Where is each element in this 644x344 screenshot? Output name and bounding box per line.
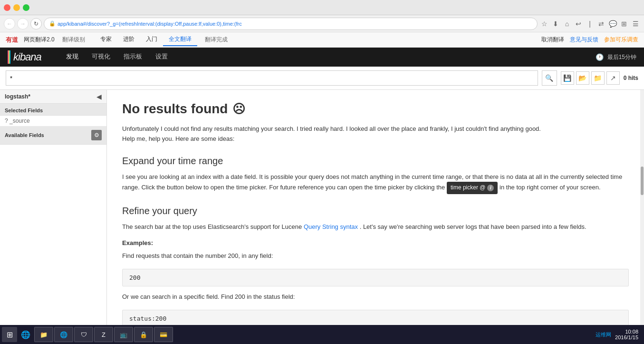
kibana-nav: 发现 可视化 指示板 设置 — [60, 49, 173, 66]
help-text: Help me, help you. Here are some ideas: — [122, 135, 234, 142]
lock-icon: 🔒 — [49, 20, 56, 27]
address-text: app/kibana#/discover?_g=(refreshInterval… — [58, 21, 532, 27]
bookmark-icon[interactable]: ☆ — [539, 19, 549, 29]
browser-titlebar — [0, 0, 644, 15]
feedback-btn[interactable]: 意见与反馈 — [570, 36, 598, 44]
sad-face-emoji: ☹ — [232, 102, 245, 117]
source-field-item[interactable]: ? _source — [0, 116, 106, 126]
forward-btn[interactable]: → — [17, 18, 29, 29]
no-results-title: No results found ☹ — [122, 101, 629, 117]
example2-desc: Or we can search in a specific field. Fi… — [122, 292, 629, 302]
export-btn[interactable]: ↗ — [606, 71, 620, 85]
search-button[interactable]: 🔍 — [542, 70, 557, 86]
trans-tab-expert[interactable]: 专家 — [95, 33, 117, 46]
info-icon: i — [487, 185, 494, 191]
no-results-text: No results found — [122, 101, 228, 117]
content-area: No results found ☹ Unfortunately I could… — [107, 90, 644, 344]
time-picker-button[interactable]: time picker @ i — [447, 182, 498, 194]
browser-nav: ← → ↻ 🔒 app/kibana#/discover?_g=(refresh… — [0, 15, 644, 32]
refresh-btn[interactable]: ↻ — [30, 18, 42, 29]
menu-icon[interactable]: ☰ — [631, 19, 640, 29]
translation-tabs: 专家 进阶 入门 全文翻译 — [95, 33, 197, 46]
kibana-header: kibana 发现 可视化 指示板 设置 🕐 最后15分钟 — [0, 48, 644, 67]
query-string-link[interactable]: Query String syntax — [304, 223, 358, 230]
taskbar-app-4[interactable]: Z — [94, 327, 113, 342]
trans-done-label: 翻译完成 — [205, 36, 228, 44]
expand-text: I see you are looking at an index with a… — [122, 172, 629, 194]
taskbar-app-6[interactable]: 🔒 — [134, 327, 153, 342]
taskbar-app-2[interactable]: 🌐 — [54, 327, 73, 342]
translation-bar: 有道 网页翻译2.0 翻译级别 专家 进阶 入门 全文翻译 翻译完成 取消翻译 … — [0, 32, 644, 48]
taskbar-app-1[interactable]: 📁 — [34, 327, 53, 342]
examples-title: Examples: — [122, 239, 629, 246]
trans-right-actions: 取消翻译 意见与反馈 参加可乐调查 — [541, 36, 638, 44]
kibana-wordmark: kibana — [13, 51, 41, 63]
available-fields-header: Available Fields ⚙ — [0, 126, 106, 145]
minimize-btn[interactable] — [13, 4, 20, 11]
expand-text2: in the top right corner of your screen. — [500, 184, 600, 191]
example1-code: 200 — [122, 269, 629, 286]
taskbar-date: 2016/1/15 — [615, 334, 638, 340]
address-bar[interactable]: 🔒 app/kibana#/discover?_g=(refreshInterv… — [44, 18, 538, 30]
trans-tab-basic[interactable]: 入门 — [140, 33, 163, 46]
back-btn[interactable]: ← — [4, 18, 15, 29]
screen-icon[interactable]: ⊞ — [619, 19, 629, 29]
available-fields-title: Available Fields — [5, 132, 44, 138]
taskbar-app-5[interactable]: 📺 — [114, 327, 133, 342]
save-search-btn[interactable]: 💾 — [561, 71, 574, 85]
no-results-description: Unfortunately I could not find any resul… — [122, 124, 629, 144]
source-field-label: ? _source — [5, 118, 30, 124]
refine-text-main: The search bar at the top uses Elasticse… — [122, 223, 302, 230]
selected-fields-title: Selected Fields — [0, 104, 106, 116]
taskbar-app-3[interactable]: 🛡 — [74, 327, 93, 342]
search-input[interactable] — [6, 70, 538, 86]
fields-gear-btn[interactable]: ⚙ — [91, 130, 102, 140]
sidebar-index: logstash* ◀ — [0, 90, 106, 104]
cancel-translation-btn[interactable]: 取消翻译 — [541, 36, 564, 44]
scroll-indicator — [640, 90, 644, 344]
sync-icon[interactable]: ⇄ — [596, 19, 606, 29]
sidebar-collapse-btn[interactable]: ◀ — [96, 93, 102, 100]
kibana-right: 🕐 最后15分钟 — [596, 53, 636, 61]
nav-dashboard[interactable]: 指示板 — [118, 49, 148, 66]
history-icon[interactable]: ↩ — [574, 19, 583, 29]
refine-section: Refine your query The search bar at the … — [122, 206, 629, 343]
toolbar-icons: 💾 📂 📁 ↗ — [561, 71, 620, 85]
start-btn[interactable]: ⊞ — [2, 327, 17, 342]
youdao-logo: 有道 — [6, 36, 18, 44]
nav-discover[interactable]: 发现 — [60, 49, 84, 66]
yunwei-logo[interactable]: 运维网 — [596, 331, 611, 338]
trans-level: 翻译级别 — [62, 36, 85, 44]
sidebar: logstash* ◀ Selected Fields ? _source Av… — [0, 90, 107, 344]
chat-icon[interactable]: 💬 — [608, 19, 617, 29]
maximize-btn[interactable] — [23, 4, 29, 11]
trans-tab-full[interactable]: 全文翻译 — [163, 33, 197, 46]
main-layout: logstash* ◀ Selected Fields ? _source Av… — [0, 90, 644, 344]
survey-btn[interactable]: 参加可乐调查 — [604, 36, 638, 44]
expand-section: Expand your time range I see you are loo… — [122, 156, 629, 194]
expand-title: Expand your time range — [122, 156, 629, 167]
taskbar-right: 运维网 10:08 2016/1/15 — [596, 329, 642, 340]
taskbar-app-7[interactable]: 💳 — [154, 327, 173, 342]
load-search-btn[interactable]: 📂 — [576, 71, 589, 85]
close-btn[interactable] — [4, 4, 10, 11]
nav-settings[interactable]: 设置 — [150, 49, 173, 66]
youdao-brand: 网页翻译2.0 — [24, 36, 55, 44]
trans-tab-advanced[interactable]: 进阶 — [117, 33, 140, 46]
taskbar: ⊞ 🌐 📁 🌐 🛡 Z 📺 🔒 💳 运维网 10:08 2016/1/15 — [0, 325, 644, 344]
refine-text: The search bar at the top uses Elasticse… — [122, 222, 629, 232]
share-btn[interactable]: 📁 — [591, 71, 605, 85]
kibana-logo: kibana — [8, 50, 41, 64]
index-name: logstash* — [5, 93, 30, 100]
refine-title: Refine your query — [122, 206, 629, 216]
taskbar-ie-btn[interactable]: 🌐 — [18, 327, 33, 342]
divider-icon: | — [585, 19, 595, 29]
scroll-thumb[interactable] — [641, 167, 644, 195]
download-icon[interactable]: ⬇ — [551, 19, 560, 29]
nav-visualize[interactable]: 可视化 — [86, 49, 116, 66]
home-icon[interactable]: ⌂ — [562, 19, 572, 29]
taskbar-time: 10:08 2016/1/15 — [615, 329, 638, 340]
no-results-desc-text: Unfortunately I could not find any resul… — [122, 125, 541, 132]
example1-desc: Find requests that contain the number 20… — [122, 251, 629, 261]
kibana-logo-bars — [8, 50, 10, 64]
